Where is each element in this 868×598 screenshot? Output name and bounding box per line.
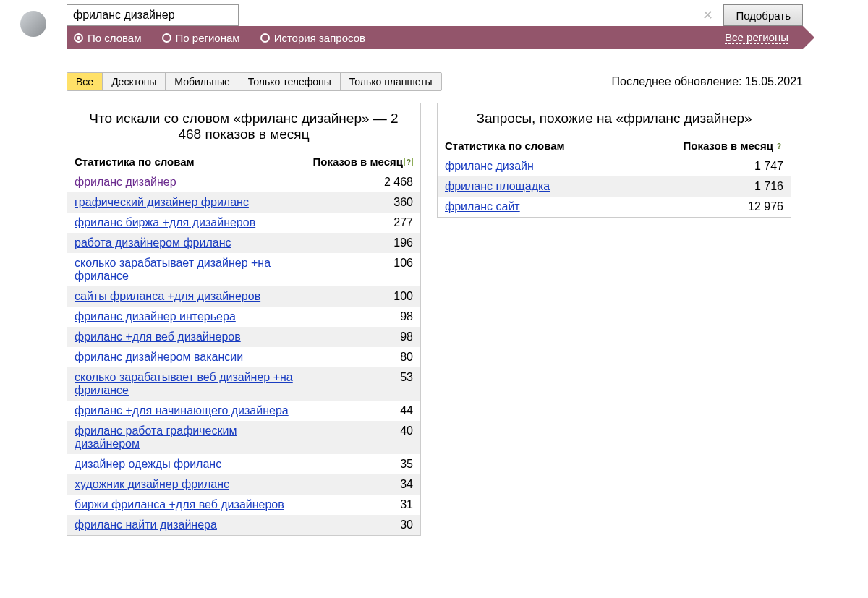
- keyword-link[interactable]: фриланс дизайнер: [75, 176, 176, 188]
- keyword-link[interactable]: сколько зарабатывает веб дизайнер +на фр…: [75, 371, 293, 396]
- table-row: работа дизайнером фриланс196: [67, 233, 420, 253]
- impressions-value: 44: [305, 401, 420, 421]
- keyword-link[interactable]: фриланс сайт: [445, 200, 520, 213]
- impressions-value: 31: [305, 495, 420, 515]
- keyword-link[interactable]: сайты фриланса +для дизайнеров: [75, 290, 260, 302]
- impressions-value: 98: [305, 327, 420, 347]
- table-row: фриланс площадка1 716: [438, 176, 791, 197]
- impressions-value: 360: [305, 192, 420, 213]
- content: Что искали со словом «фриланс дизайнер» …: [67, 103, 803, 536]
- search-row: ✕ Подобрать: [67, 4, 803, 26]
- keyword-link[interactable]: фриланс дизайнер интерьера: [75, 310, 236, 323]
- keyword-link[interactable]: графический дизайнер фриланс: [75, 196, 249, 208]
- impressions-value: 196: [305, 233, 420, 253]
- table-row: фриланс работа графическим дизайнером40: [67, 421, 420, 454]
- impressions-value: 98: [305, 307, 420, 327]
- keyword-link[interactable]: биржи фриланса +для веб дизайнеров: [75, 498, 284, 511]
- table-row: фриланс дизайнером вакансии80: [67, 347, 420, 367]
- col-statistics: Статистика по словам: [438, 137, 628, 156]
- table-row: сколько зарабатывает веб дизайнер +на фр…: [67, 367, 420, 401]
- submit-button[interactable]: Подобрать: [723, 4, 803, 26]
- radio-by-regions[interactable]: По регионам: [162, 32, 240, 44]
- clear-icon[interactable]: ✕: [702, 9, 713, 21]
- col-impressions: Показов в месяц?: [305, 153, 420, 172]
- impressions-value: 40: [305, 421, 420, 454]
- right-panel: Запросы, похожие на «фриланс дизайнер» С…: [437, 103, 791, 218]
- impressions-value: 12 976: [628, 197, 791, 217]
- table-row: фриланс найти дизайнера30: [67, 515, 420, 535]
- keyword-link[interactable]: фриланс +для веб дизайнеров: [75, 330, 241, 343]
- table-row: фриланс +для веб дизайнеров98: [67, 327, 420, 347]
- impressions-value: 100: [305, 286, 420, 307]
- logo-icon: [20, 11, 46, 37]
- keyword-link[interactable]: художник дизайнер фриланс: [75, 478, 229, 490]
- impressions-value: 30: [305, 515, 420, 535]
- header: ✕ Подобрать По словам По регионам Истори…: [67, 4, 803, 49]
- right-panel-title: Запросы, похожие на «фриланс дизайнер»: [438, 103, 791, 137]
- tab-tablets[interactable]: Только планшеты: [341, 73, 441, 90]
- impressions-value: 1 716: [628, 176, 791, 197]
- table-row: фриланс дизайн1 747: [438, 156, 791, 176]
- left-table: Статистика по словам Показов в месяц? фр…: [67, 153, 420, 535]
- radio-by-words[interactable]: По словам: [74, 32, 142, 44]
- impressions-value: 106: [305, 253, 420, 286]
- tab-phones[interactable]: Только телефоны: [239, 73, 341, 90]
- table-row: фриланс дизайнер2 468: [67, 172, 420, 192]
- table-row: художник дизайнер фриланс34: [67, 474, 420, 495]
- col-statistics: Статистика по словам: [67, 153, 305, 172]
- search-input[interactable]: [67, 4, 239, 26]
- impressions-value: 277: [305, 213, 420, 233]
- radio-icon: [260, 33, 270, 43]
- keyword-link[interactable]: фриланс работа графическим дизайнером: [75, 424, 237, 450]
- radio-icon: [74, 33, 83, 43]
- table-row: дизайнер одежды фриланс35: [67, 454, 420, 474]
- impressions-value: 53: [305, 367, 420, 401]
- radio-label: История запросов: [274, 32, 365, 44]
- table-row: фриланс +для начинающего дизайнера44: [67, 401, 420, 421]
- left-panel: Что искали со словом «фриланс дизайнер» …: [67, 103, 421, 536]
- toolbar: Все Десктопы Мобильные Только телефоны Т…: [67, 72, 803, 91]
- keyword-link[interactable]: работа дизайнером фриланс: [75, 236, 231, 249]
- table-row: графический дизайнер фриланс360: [67, 192, 420, 213]
- tab-all[interactable]: Все: [67, 73, 103, 90]
- table-row: фриланс сайт12 976: [438, 197, 791, 217]
- keyword-link[interactable]: сколько зарабатывает дизайнер +на фрилан…: [75, 257, 271, 282]
- col-impressions: Показов в месяц?: [628, 137, 791, 156]
- table-row: сколько зарабатывает дизайнер +на фрилан…: [67, 253, 420, 286]
- device-tabs: Все Десктопы Мобильные Только телефоны Т…: [67, 72, 442, 91]
- impressions-value: 34: [305, 474, 420, 495]
- table-row: фриланс биржа +для дизайнеров277: [67, 213, 420, 233]
- help-icon[interactable]: ?: [404, 158, 413, 166]
- impressions-value: 35: [305, 454, 420, 474]
- keyword-link[interactable]: фриланс дизайнером вакансии: [75, 351, 243, 363]
- search-wrap: ✕: [67, 4, 719, 26]
- tab-mobile[interactable]: Мобильные: [166, 73, 239, 90]
- radio-history[interactable]: История запросов: [260, 32, 365, 44]
- tab-desktops[interactable]: Десктопы: [103, 73, 166, 90]
- region-selector[interactable]: Все регионы: [725, 31, 788, 44]
- impressions-value: 80: [305, 347, 420, 367]
- keyword-link[interactable]: фриланс +для начинающего дизайнера: [75, 404, 289, 417]
- table-row: биржи фриланса +для веб дизайнеров31: [67, 495, 420, 515]
- help-icon[interactable]: ?: [775, 142, 783, 150]
- last-update: Последнее обновление: 15.05.2021: [612, 75, 804, 88]
- keyword-link[interactable]: фриланс дизайн: [445, 160, 534, 172]
- left-panel-title: Что искали со словом «фриланс дизайнер» …: [67, 103, 420, 153]
- keyword-link[interactable]: фриланс найти дизайнера: [75, 518, 217, 531]
- radio-icon: [162, 33, 171, 43]
- keyword-link[interactable]: фриланс биржа +для дизайнеров: [75, 216, 255, 228]
- filter-bar: По словам По регионам История запросов В…: [67, 26, 803, 49]
- right-table: Статистика по словам Показов в месяц? фр…: [438, 137, 791, 217]
- radio-label: По регионам: [176, 32, 240, 44]
- keyword-link[interactable]: фриланс площадка: [445, 180, 550, 192]
- impressions-value: 1 747: [628, 156, 791, 176]
- table-row: фриланс дизайнер интерьера98: [67, 307, 420, 327]
- keyword-link[interactable]: дизайнер одежды фриланс: [75, 458, 221, 470]
- table-row: сайты фриланса +для дизайнеров100: [67, 286, 420, 307]
- site-logo: [20, 11, 49, 40]
- impressions-value: 2 468: [305, 172, 420, 192]
- radio-label: По словам: [88, 32, 142, 44]
